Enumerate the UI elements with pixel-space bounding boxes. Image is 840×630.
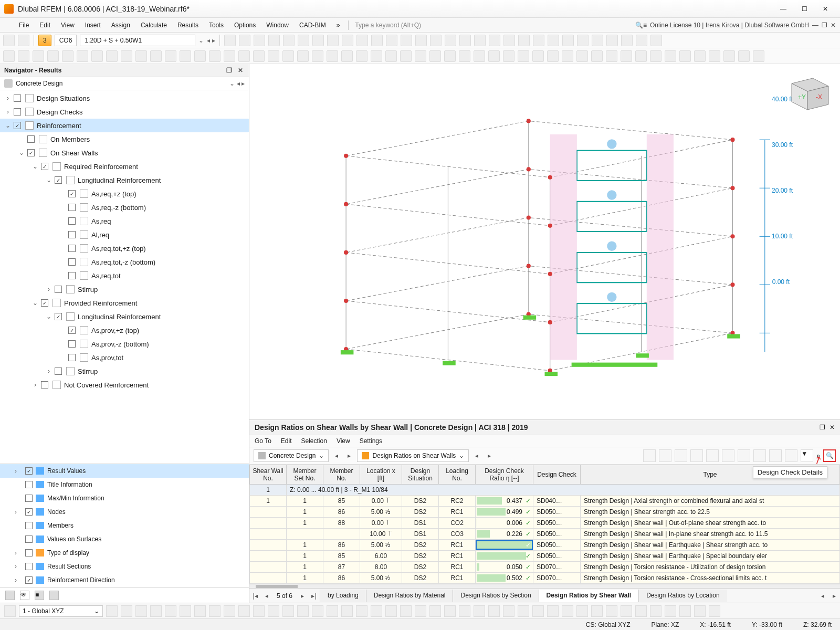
tb-btn[interactable] [165,50,176,62]
close-button[interactable]: ✕ [815,2,836,16]
col-header[interactable]: Member No. [323,465,360,485]
keyword-search[interactable]: Type a keyword (Alt+Q) [352,20,488,30]
tb-btn[interactable] [606,50,617,62]
last-page[interactable]: ▸| [308,592,320,600]
tb-btn[interactable] [621,35,633,46]
tb-btn[interactable] [709,50,720,62]
tb-btn[interactable] [753,50,764,62]
col-header[interactable]: Shear Wall No. [250,465,287,485]
tb-btn[interactable] [503,50,514,62]
mdi-minimize[interactable]: — [812,22,818,29]
panel-menu-view[interactable]: View [337,437,350,445]
tbtn[interactable] [706,449,719,462]
sb-btn[interactable] [562,605,573,617]
tb-btn[interactable] [576,50,588,62]
navigator-close-icon[interactable]: ✕ [236,66,245,75]
list-item[interactable]: › Result Values [0,464,249,478]
menu-options[interactable]: Options [229,19,261,31]
tbtn[interactable] [675,449,687,462]
sb-btn[interactable] [679,605,691,617]
tb-btn[interactable] [224,35,236,46]
sb-btn[interactable] [268,605,279,617]
tb-btn[interactable] [224,50,235,62]
tree-item[interactable]: As,req,tot,+z (top) [0,242,249,255]
sb-btn[interactable] [606,605,617,617]
tb-btn[interactable] [445,35,456,46]
tb-btn[interactable] [577,35,589,46]
tb-btn[interactable] [430,35,442,46]
tb-btn[interactable] [738,50,750,62]
panel-close-icon[interactable]: ✕ [830,424,835,431]
first-page[interactable]: |◂ [249,592,261,600]
tree-item[interactable]: › Stirrup [0,364,249,378]
tb-btn[interactable] [282,50,294,62]
sb-btn[interactable] [341,605,353,617]
tree-item[interactable]: › Design Checks [0,105,249,119]
sb-btn[interactable] [665,605,676,617]
tb-btn[interactable] [327,35,339,46]
tb-btn[interactable] [562,50,573,62]
table-picker[interactable]: Design Ratios on Shear Walls⌄ [357,449,469,462]
tb-btn[interactable] [635,50,647,62]
tb-btn[interactable] [489,35,500,46]
col-header[interactable]: Member Set No. [287,465,323,485]
tb-btn[interactable] [3,35,15,46]
sb-btn[interactable] [209,605,220,617]
sb-btn[interactable] [282,605,294,617]
tb-btn[interactable] [518,35,530,46]
tbtn[interactable] [753,449,766,462]
next-page[interactable]: ▸ [297,592,308,600]
tb-btn[interactable] [459,35,471,46]
menu-insert[interactable]: Insert [80,19,106,31]
sb-btn[interactable] [400,605,412,617]
tb-btn[interactable] [694,50,706,62]
sb-btn[interactable] [518,605,529,617]
tb-btn[interactable] [209,50,220,62]
tb-btn[interactable] [253,50,265,62]
tb-btn[interactable] [18,50,29,62]
sb-btn[interactable] [444,605,456,617]
tb-btn[interactable] [386,35,397,46]
loadcase-desc[interactable]: 1.20D + S + 0.50W1 [80,35,195,46]
footer-btn[interactable] [49,591,59,600]
sb-btn[interactable] [621,605,632,617]
footer-btn[interactable] [5,591,15,600]
sb-btn[interactable] [694,605,706,617]
tb-btn[interactable] [238,50,250,62]
tb-btn[interactable] [283,35,295,46]
panel-menu-goto[interactable]: Go To [255,437,271,445]
tb-btn[interactable] [356,50,368,62]
col-header[interactable]: Design Check Ratio η [--] [476,465,533,485]
tb-btn[interactable] [3,50,15,62]
tb-btn[interactable] [488,50,500,62]
menu-window[interactable]: Window [261,19,294,31]
menu-file[interactable]: File [14,19,34,31]
tb-btn[interactable] [371,35,383,46]
navigator-module-picker[interactable]: Concrete Design ⌄ ◂ ▸ [0,77,249,90]
tb-btn[interactable] [562,35,574,46]
tb-btn[interactable] [400,50,412,62]
tb-btn[interactable] [371,50,382,62]
tree-item[interactable]: As,prov,+z (top) [0,323,249,337]
tb-btn[interactable] [650,50,662,62]
tree-item[interactable]: ⌄ Reinforcement [0,119,249,132]
sb-btn[interactable] [532,605,544,617]
tb-btn[interactable] [135,50,147,62]
tb-btn[interactable] [121,50,132,62]
tabs-scroll-left[interactable]: ◂ [817,592,828,600]
results-tab[interactable]: Design Ratios by Section [453,590,538,602]
results-tab[interactable]: Design Ratios by Material [366,590,453,602]
tree-item[interactable]: As,prov,-z (bottom) [0,337,249,351]
sb-btn[interactable] [635,605,647,617]
results-tab[interactable]: Design Ratios by Location [638,590,727,602]
tree-item[interactable]: As,req,tot,-z (bottom) [0,255,249,269]
sb-btn[interactable] [121,605,132,617]
menu-cadbim[interactable]: CAD-BIM [294,19,331,31]
tb-btn[interactable] [532,50,544,62]
sb-btn[interactable] [576,605,588,617]
sb-btn[interactable] [297,605,309,617]
tb-btn[interactable] [312,50,323,62]
eye-icon[interactable]: 👁 [20,591,29,600]
loadcase-name[interactable]: CO6 [55,35,77,46]
tree-item[interactable]: ⌄ Required Reinforcement [0,160,249,173]
